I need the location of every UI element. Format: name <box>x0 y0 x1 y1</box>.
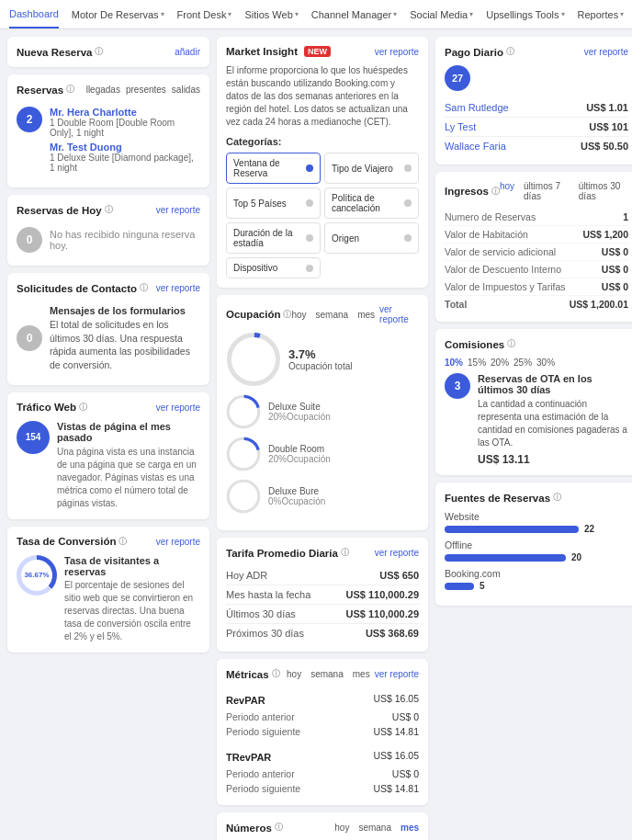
nav-upsellings[interactable]: Upsellings Tools ▾ <box>486 9 564 20</box>
reserva-1-name[interactable]: Mr. Test Duong <box>50 142 200 153</box>
pago-row-2: Wallace Faria US$ 50.50 <box>445 137 628 155</box>
ingresos-filter-7dias[interactable]: últimos 7 días <box>524 181 570 201</box>
filter-mes[interactable]: mes <box>357 310 375 320</box>
category-tipo-viajero[interactable]: Tipo de Viajero <box>324 153 419 184</box>
metricas-filter-mes[interactable]: mes <box>353 669 370 679</box>
right-column: Pago Diario ⓘ ver reporte 27 Sam Rutledg… <box>435 37 632 840</box>
ingresos-filter-30dias[interactable]: últimos 30 días <box>579 181 628 201</box>
category-dispositivo[interactable]: Dispositivo <box>226 257 321 278</box>
ocupacion-card: Ocupación ⓘ hoy semana mes ver reporte <box>217 295 428 530</box>
pago-row-1: Ly Test US$ 101 <box>445 118 628 137</box>
tarifa-row-2: Últimos 30 días US$ 110,000.29 <box>226 605 419 624</box>
pago-2-name[interactable]: Wallace Faria <box>445 141 506 152</box>
tab-salidas[interactable]: salidas <box>172 85 200 95</box>
fuente-booking-bar <box>445 583 474 590</box>
pago-2-amount: US$ 50.50 <box>581 141 628 152</box>
reserva-0-name[interactable]: Mr. Hera Charlotte <box>50 107 200 118</box>
numeros-filter-mes[interactable]: mes <box>401 823 419 833</box>
fuente-website: Website 22 <box>445 511 628 534</box>
fuente-offline-count: 20 <box>571 552 581 562</box>
market-insight-desc: El informe proporciona lo que los huéspe… <box>226 64 419 129</box>
svg-point-6 <box>228 481 259 512</box>
ocupacion-total-row: 3.7% Ocupación total <box>226 332 419 387</box>
reservas-hoy-link[interactable]: ver reporte <box>156 205 200 215</box>
nav-dashboard[interactable]: Dashboard <box>9 0 59 28</box>
dashboard-grid: Nueva Reserva ⓘ añadir Reservas ⓘ llegad… <box>0 29 632 840</box>
ocupacion-deluxe-bure-donut <box>226 479 261 514</box>
metricas-link[interactable]: ver reporte <box>375 669 419 679</box>
pago-diario-badge-row: 27 <box>445 65 628 91</box>
pago-0-name[interactable]: Sam Rutledge <box>445 102 509 113</box>
tab-presentes[interactable]: presentes <box>126 85 166 95</box>
ocupacion-deluxe-name: Deluxe Suite <box>268 402 331 412</box>
comision-25[interactable]: 25% <box>514 358 532 368</box>
metricas-card: Métricas ⓘ hoy semana mes ver reporte <box>217 659 428 805</box>
nueva-reserva-title: Nueva Reserva ⓘ <box>17 46 103 58</box>
tasa-row: 36.67% Tasa de visitantes a reservas El … <box>17 555 200 643</box>
pago-1-name[interactable]: Ly Test <box>445 121 476 132</box>
comision-10[interactable]: 10% <box>445 358 463 368</box>
metricas-filter-hoy[interactable]: hoy <box>287 669 301 679</box>
trafico-link[interactable]: ver reporte <box>156 403 200 413</box>
fuente-website-count: 22 <box>584 524 594 534</box>
nav-channel-manager[interactable]: Channel Manager ▾ <box>311 9 397 20</box>
solicitudes-info-icon: ⓘ <box>140 282 148 294</box>
category-ventana[interactable]: Ventana de Reserva <box>226 153 321 184</box>
ingresos-row-0: Numero de Reservas 1 <box>445 209 628 226</box>
tasa-pct-value: 36.67% <box>21 560 52 591</box>
comision-15[interactable]: 15% <box>468 358 486 368</box>
filter-hoy[interactable]: hoy <box>291 310 306 320</box>
tab-llegadas[interactable]: llegadas <box>86 85 120 95</box>
nav-front-desk[interactable]: Front Desk ▾ <box>177 9 232 20</box>
fuente-offline-bar <box>445 554 566 562</box>
numeros-filter-semana[interactable]: semana <box>358 823 391 833</box>
tarifa-row-3: Próximos 30 días US$ 368.69 <box>226 624 419 642</box>
filter-semana[interactable]: semana <box>316 310 349 320</box>
nav-reportes[interactable]: Reportes ▾ <box>578 9 625 20</box>
tasa-link[interactable]: ver reporte <box>156 537 200 547</box>
comisiones-card: Comisiones ⓘ 10% 15% 20% 25% 30% 3 Reser… <box>435 329 632 475</box>
ingresos-row-2: Valor de servicio adicional US$ 0 <box>445 244 628 261</box>
tarifa-link[interactable]: ver reporte <box>375 548 419 558</box>
revpar-main-value: US$ 16.05 <box>373 693 419 704</box>
ocupacion-total-donut <box>226 332 281 387</box>
pago-diario-badge: 27 <box>445 65 470 91</box>
nav-social-media[interactable]: Social Media ▾ <box>410 9 473 20</box>
metricas-filter-semana[interactable]: semana <box>310 669 344 679</box>
category-duracion[interactable]: Duración de la estadía <box>226 222 321 254</box>
fuentes-card: Fuentes de Reservas ⓘ Website 22 Offline… <box>435 482 632 606</box>
category-tipo-dot <box>404 165 412 172</box>
category-politica[interactable]: Política de cancelación <box>324 187 419 219</box>
nueva-reserva-info-icon: ⓘ <box>95 46 103 58</box>
solicitudes-link[interactable]: ver reporte <box>156 283 200 293</box>
ingresos-row-5: Total US$ 1,200.01 <box>445 296 628 312</box>
ocupacion-bure-name: Deluxe Bure <box>268 486 325 496</box>
ocupacion-title: Ocupación ⓘ <box>226 309 291 321</box>
trevpar-anterior-row: Periodo anterior US$ 0 <box>226 766 419 781</box>
category-top5-paises[interactable]: Top 5 Países <box>226 187 321 219</box>
numeros-filter-hoy[interactable]: hoy <box>334 823 349 833</box>
tarifa-card: Tarifa Promedio Diaria ⓘ ver reporte Hoy… <box>217 538 428 652</box>
reservas-hoy-empty-text: No has recibido ninguna reserva hoy. <box>50 229 200 251</box>
pago-diario-link[interactable]: ver reporte <box>584 47 628 57</box>
tarifa-row-0: Hoy ADR US$ 650 <box>226 566 419 585</box>
solicitudes-badge: 0 <box>17 325 42 351</box>
revpar-anterior-row: Periodo anterior US$ 0 <box>226 709 419 724</box>
numeros-title: Números ⓘ <box>226 822 283 834</box>
comision-30[interactable]: 30% <box>536 358 555 368</box>
solicitudes-section-title: Mensajes de los formularios <box>50 305 200 316</box>
solicitudes-desc: El total de solicitudes en los últimos 3… <box>50 318 200 372</box>
ingresos-filter-hoy[interactable]: hoy <box>500 181 514 201</box>
trafico-card: Tráfico Web ⓘ ver reporte 154 Vistas de … <box>7 392 209 519</box>
pago-diario-card: Pago Diario ⓘ ver reporte 27 Sam Rutledg… <box>435 37 632 165</box>
nav-sitios-web[interactable]: Sitios Web ▾ <box>244 9 298 20</box>
ocupacion-info-icon: ⓘ <box>283 309 291 321</box>
tasa-section-title: Tasa de visitantes a reservas <box>64 555 200 577</box>
ocupacion-link[interactable]: ver reporte <box>379 304 419 324</box>
nav-motor-reservas[interactable]: Motor De Reservas ▾ <box>72 9 164 20</box>
trafico-section-title: Vistas de página el mes pasado <box>57 421 200 443</box>
comision-20[interactable]: 20% <box>491 358 509 368</box>
category-origen[interactable]: Origen <box>324 222 419 254</box>
nueva-reserva-link[interactable]: añadir <box>175 47 200 57</box>
market-insight-link[interactable]: ver reporte <box>375 47 419 57</box>
